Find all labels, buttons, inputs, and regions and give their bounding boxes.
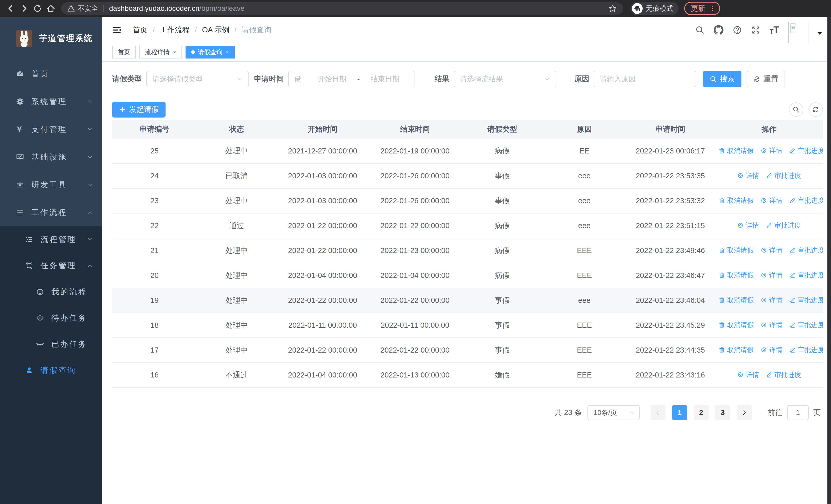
help-icon[interactable]: [733, 25, 742, 35]
view-icon: [737, 172, 744, 179]
close-icon[interactable]: ×: [226, 49, 229, 55]
sidebar-fold-icon[interactable]: [112, 25, 122, 35]
reason-label: 原因: [574, 74, 589, 84]
tab-首页[interactable]: 首页: [112, 46, 136, 59]
next-page-button[interactable]: [737, 405, 752, 420]
cancel-action-link[interactable]: 取消请假: [719, 321, 754, 329]
cancel-action-link[interactable]: 取消请假: [719, 246, 754, 255]
sidebar-item-workflow[interactable]: 工作流程: [0, 199, 102, 226]
sidebar-item-payment[interactable]: ¥支付管理: [0, 116, 102, 143]
breadcrumb-item: 请假查询: [242, 25, 271, 35]
browser-scrollbar[interactable]: [827, 17, 831, 504]
table-cell: 处理中: [197, 338, 277, 363]
table-cell: 2021-12-27 00:00:00: [277, 139, 369, 164]
sidebar-item-home[interactable]: 首页: [0, 60, 102, 88]
browser-reload-button[interactable]: [31, 2, 44, 15]
toggle-search-button[interactable]: [789, 102, 803, 117]
detail-action-link[interactable]: 详情: [737, 221, 759, 230]
cancel-action-link[interactable]: 取消请假: [719, 146, 754, 155]
search-button[interactable]: 搜索: [703, 71, 741, 87]
progress-action-link[interactable]: 审批进度: [789, 246, 823, 255]
table-cell: EE: [543, 139, 625, 164]
detail-action-link[interactable]: 详情: [761, 321, 782, 329]
address-bar[interactable]: 不安全 dashboard.yudao.iocoder.cn /bpm/oa/l…: [61, 2, 623, 14]
refresh-table-button[interactable]: [808, 102, 823, 117]
detail-action-link[interactable]: 详情: [761, 346, 782, 354]
view-icon: [761, 322, 767, 328]
create-leave-button[interactable]: 发起请假: [112, 101, 166, 118]
table-cell: 24: [112, 164, 197, 188]
cancel-action-link[interactable]: 取消请假: [719, 296, 754, 305]
progress-action-link[interactable]: 审批进度: [789, 321, 823, 329]
progress-action-link[interactable]: 审批进度: [789, 346, 823, 354]
bookmark-star-icon[interactable]: [608, 4, 617, 13]
progress-action-link[interactable]: 审批进度: [789, 271, 823, 280]
reason-input[interactable]: [594, 71, 696, 87]
sidebar-item-system[interactable]: 系统管理: [0, 88, 102, 116]
breadcrumb-item[interactable]: 首页: [133, 25, 148, 35]
avatar[interactable]: [789, 22, 808, 43]
tab-流程详情[interactable]: 流程详情×: [139, 46, 182, 59]
page-button-3[interactable]: 3: [715, 405, 730, 420]
detail-action-link[interactable]: 详情: [737, 171, 759, 180]
progress-action-link[interactable]: 审批进度: [766, 221, 801, 230]
browser-home-button[interactable]: [44, 2, 57, 15]
sidebar-item-my-process[interactable]: 我的流程: [0, 279, 102, 305]
goto-page-input[interactable]: [787, 405, 809, 420]
avatar-caret-down-icon[interactable]: [816, 30, 823, 37]
sidebar-item-label: 基础设施: [31, 152, 67, 162]
progress-action-link[interactable]: 审批进度: [789, 146, 823, 155]
sidebar-item-todo-tasks[interactable]: 待办任务: [0, 305, 102, 331]
view-icon: [737, 371, 744, 378]
breadcrumb-item[interactable]: 工作流程: [160, 25, 190, 35]
font-size-icon[interactable]: TT: [770, 25, 779, 35]
search-icon[interactable]: [695, 25, 705, 35]
pen-icon: [789, 148, 796, 154]
sidebar-item-leave-query[interactable]: 请假查询: [0, 357, 102, 383]
sidebar-item-done-tasks[interactable]: 已办任务: [0, 331, 102, 357]
table-cell: 2022-01-23 00:06:17: [625, 139, 715, 164]
detail-action-link[interactable]: 详情: [761, 146, 782, 155]
user-icon: [24, 366, 35, 374]
detail-action-link[interactable]: 详情: [761, 196, 782, 205]
result-select[interactable]: 请选择流结果: [454, 71, 556, 87]
detail-action-link[interactable]: 详情: [761, 246, 782, 255]
result-label: 结果: [434, 74, 449, 84]
progress-action-link[interactable]: 审批进度: [789, 296, 823, 305]
leave-type-select[interactable]: 请选择请假类型: [146, 71, 249, 87]
sidebar: 芋道管理系统 首页系统管理¥支付管理基础设施研发工具工作流程流程管理任务管理我的…: [0, 17, 102, 504]
detail-action-link[interactable]: 详情: [761, 296, 782, 305]
sidebar-item-task-mgmt[interactable]: 任务管理: [0, 253, 102, 279]
cancel-action-link[interactable]: 取消请假: [719, 346, 754, 354]
progress-action-link[interactable]: 审批进度: [766, 171, 801, 180]
sidebar-item-label: 待办任务: [51, 313, 87, 323]
app-logo-row[interactable]: 芋道管理系统: [0, 17, 102, 60]
cancel-action-link[interactable]: 取消请假: [719, 196, 754, 205]
progress-action-link[interactable]: 审批进度: [766, 370, 801, 379]
detail-action-link[interactable]: 详情: [737, 370, 759, 379]
sidebar-item-process-mgmt[interactable]: 流程管理: [0, 226, 102, 253]
table-row: 23处理中2022-01-03 00:00:002022-01-26 00:00…: [112, 188, 823, 213]
github-icon[interactable]: [714, 25, 723, 35]
tab-请假查询[interactable]: 请假查询×: [185, 46, 235, 59]
detail-action-link[interactable]: 详情: [761, 271, 782, 280]
fullscreen-icon[interactable]: [751, 25, 761, 35]
progress-action-link[interactable]: 审批进度: [789, 196, 823, 205]
prev-page-button[interactable]: [651, 405, 665, 420]
cancel-action-link[interactable]: 取消请假: [719, 271, 754, 280]
sidebar-item-devtools[interactable]: 研发工具: [0, 171, 102, 199]
sidebar-item-infra[interactable]: 基础设施: [0, 143, 102, 171]
menu-dots-icon[interactable]: [709, 5, 716, 12]
apply-time-range-picker[interactable]: 开始日期 - 结束日期: [288, 71, 414, 87]
table-row: 24已取消2022-01-03 00:00:002022-01-26 00:00…: [112, 164, 823, 188]
breadcrumb-item[interactable]: OA 示例: [202, 25, 229, 35]
browser-back-button[interactable]: [4, 2, 18, 15]
reset-button[interactable]: 重置: [747, 71, 785, 87]
close-icon[interactable]: ×: [173, 49, 176, 55]
page-button-1[interactable]: 1: [672, 405, 687, 420]
page-button-2[interactable]: 2: [694, 405, 709, 420]
sidebar-item-label: 支付管理: [31, 124, 67, 135]
browser-forward-button[interactable]: [18, 2, 31, 15]
browser-update-button[interactable]: 更新: [684, 2, 720, 15]
page-size-select[interactable]: 10条/页: [588, 405, 640, 420]
